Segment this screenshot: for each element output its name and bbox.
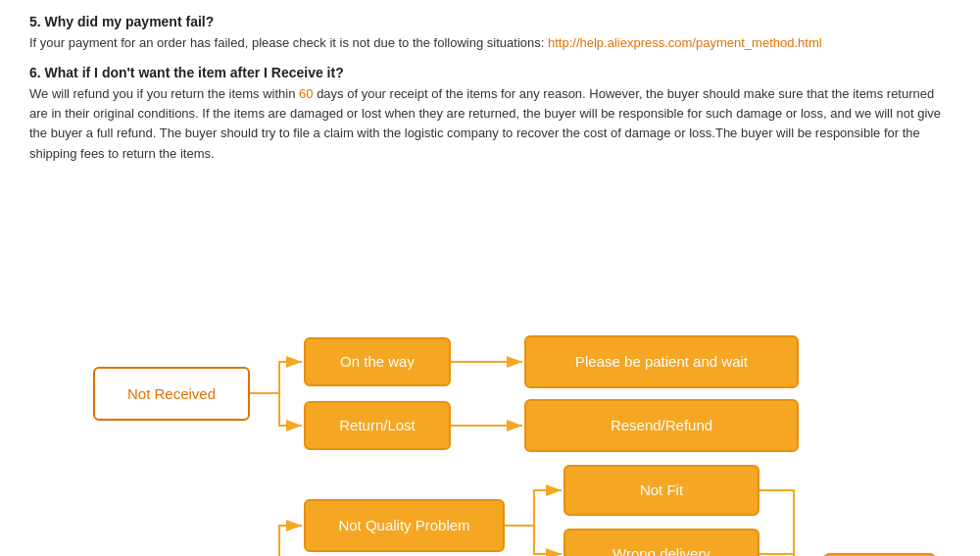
please-wait-box: Please be patient and wait [524, 335, 799, 388]
resend-refund-top-box: Resend/Refund [524, 399, 799, 452]
section6-body-pre: We will refund you if you return the ite… [29, 86, 299, 101]
on-the-way-box: On the way [304, 337, 451, 386]
wrong-delivery-box: Wrong delivery [564, 529, 760, 556]
payment-link[interactable]: http://help.aliexpress.com/payment_metho… [548, 35, 822, 50]
return-lost-box: Return/Lost [304, 401, 451, 450]
section6-body: We will refund you if you return the ite… [29, 84, 951, 164]
section5-title: 5. Why did my payment fail? [29, 14, 951, 29]
section6-highlight: 60 [299, 86, 313, 101]
not-received-box: Not Received [93, 367, 250, 421]
section5-body-text: If your payment for an order has failed,… [29, 35, 548, 50]
section5-body: If your payment for an order has failed,… [29, 33, 951, 53]
flow-diagram: Not Received On the way Return/Lost Plea… [29, 176, 970, 556]
not-quality-problem-box: Not Quality Problem [304, 499, 505, 552]
not-fit-box: Not Fit [564, 465, 760, 516]
section6-title: 6. What if I don't want the item after I… [29, 65, 951, 80]
